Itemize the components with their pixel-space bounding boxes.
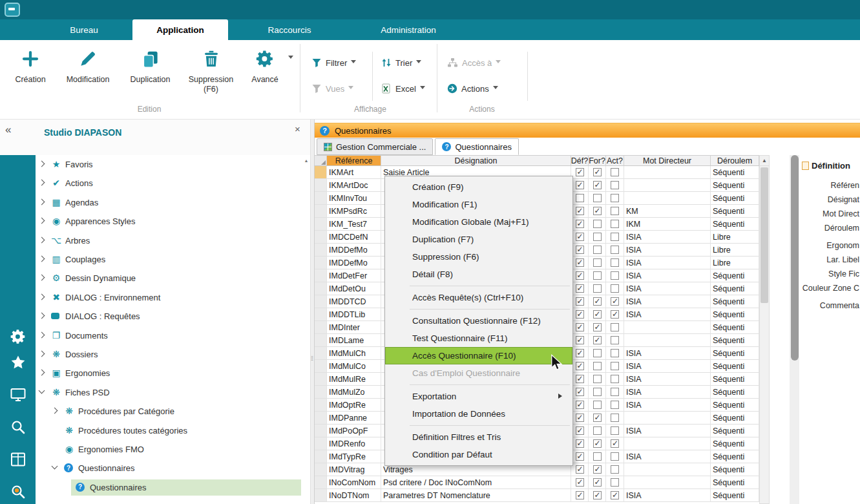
- checkbox-checked[interactable]: [593, 310, 602, 319]
- row-leader[interactable]: [315, 334, 327, 347]
- checkbox-checked[interactable]: [576, 323, 584, 331]
- cell-flag[interactable]: [571, 257, 589, 269]
- checkbox-checked[interactable]: [576, 246, 584, 254]
- cell-flag[interactable]: [571, 347, 589, 360]
- chevron-right-icon[interactable]: [39, 236, 45, 243]
- gear-icon[interactable]: [10, 328, 26, 345]
- row-selector-header[interactable]: [315, 156, 327, 166]
- cell-reference[interactable]: IMDDTCD: [327, 295, 381, 308]
- acces-a-button[interactable]: Accès à: [447, 54, 501, 71]
- checkbox-unchecked[interactable]: [593, 284, 602, 293]
- cell-deroulement[interactable]: Libre: [711, 244, 759, 257]
- row-leader[interactable]: [315, 347, 327, 360]
- row-leader[interactable]: [315, 463, 327, 476]
- cell-reference[interactable]: IMDVitrag: [327, 463, 381, 476]
- cell-designation[interactable]: Parametres DT Nomenclature: [381, 489, 571, 502]
- cell-mot-directeur[interactable]: ISIA: [624, 386, 711, 399]
- checkbox-checked[interactable]: [593, 168, 602, 176]
- checkbox-unchecked[interactable]: [611, 194, 619, 202]
- cell-deroulement[interactable]: Libre: [711, 231, 759, 244]
- ribbon-tab-application[interactable]: Application: [132, 19, 228, 40]
- cell-mot-directeur[interactable]: ISIA: [624, 308, 711, 321]
- cell-reference[interactable]: IMDDefMo: [327, 244, 381, 257]
- checkbox-checked[interactable]: [576, 168, 584, 176]
- cell-flag[interactable]: [606, 437, 624, 450]
- cell-flag[interactable]: [571, 205, 589, 218]
- sidebar-item-arbres[interactable]: ⌥Arbres: [36, 232, 302, 249]
- cell-flag[interactable]: [606, 257, 624, 269]
- checkbox-unchecked[interactable]: [611, 452, 619, 461]
- context-menu-item-test-questionnaire-f11[interactable]: Test Questionnaire (F11): [385, 330, 572, 347]
- cell-mot-directeur[interactable]: ISIA: [624, 257, 711, 269]
- cell-flag[interactable]: [571, 295, 589, 308]
- checkbox-checked[interactable]: [576, 426, 584, 435]
- cell-flag[interactable]: [571, 489, 589, 502]
- checkbox-checked[interactable]: [576, 362, 584, 370]
- chevron-right-icon[interactable]: [39, 198, 45, 205]
- cell-deroulement[interactable]: Séquenti: [711, 437, 759, 450]
- actions-button[interactable]: Actions: [447, 80, 498, 97]
- cell-flag[interactable]: [606, 269, 624, 282]
- cell-flag[interactable]: [606, 463, 624, 476]
- cell-flag[interactable]: [589, 437, 606, 450]
- sidebar-item-fiches-psd[interactable]: ❋Fiches PSD: [36, 384, 302, 401]
- cell-flag[interactable]: [571, 425, 589, 437]
- cell-reference[interactable]: IMDLame: [327, 334, 381, 347]
- cell-flag[interactable]: [571, 463, 589, 476]
- cell-mot-directeur[interactable]: [624, 334, 711, 347]
- checkbox-unchecked[interactable]: [593, 271, 602, 280]
- cell-flag[interactable]: [571, 360, 589, 373]
- cell-flag[interactable]: [589, 373, 606, 386]
- ribbon-tab-raccourcis[interactable]: Raccourcis: [228, 19, 351, 40]
- cell-mot-directeur[interactable]: ISIA: [624, 373, 711, 386]
- sidebar-item-dossiers[interactable]: ❋Dossiers: [36, 346, 302, 363]
- context-menu-item-importation-de-donnees[interactable]: Importation de Données: [385, 405, 572, 423]
- excel-button[interactable]: Excel: [381, 80, 425, 97]
- modification-button[interactable]: Modification: [57, 45, 119, 107]
- cell-flag[interactable]: [571, 308, 589, 321]
- cell-reference[interactable]: INoDTNom: [327, 489, 381, 502]
- context-menu-item-condition-par-defaut[interactable]: Condition par Défaut: [385, 446, 572, 463]
- star-icon[interactable]: [10, 354, 26, 371]
- table-row[interactable]: INoComNomPsd critere / Doc INoComNomSéqu…: [315, 476, 759, 489]
- row-leader[interactable]: [315, 450, 327, 463]
- cell-flag[interactable]: [571, 282, 589, 295]
- cell-deroulement[interactable]: Séquenti: [711, 269, 759, 282]
- cell-flag[interactable]: [589, 321, 606, 334]
- cell-mot-directeur[interactable]: [624, 476, 711, 489]
- cell-flag[interactable]: [606, 373, 624, 386]
- cell-flag[interactable]: [589, 489, 606, 502]
- cell-flag[interactable]: [606, 334, 624, 347]
- chevron-right-icon[interactable]: [39, 331, 45, 338]
- checkbox-unchecked[interactable]: [611, 388, 619, 396]
- checkbox-unchecked[interactable]: [611, 478, 619, 487]
- checkbox-unchecked[interactable]: [611, 233, 619, 241]
- close-icon[interactable]: ×: [295, 123, 300, 134]
- cell-mot-directeur[interactable]: ISIA: [624, 244, 711, 257]
- checkbox-unchecked[interactable]: [593, 194, 602, 202]
- checkbox-checked[interactable]: [576, 233, 584, 241]
- row-leader[interactable]: [315, 437, 327, 450]
- library-icon[interactable]: [10, 451, 26, 468]
- row-leader[interactable]: [315, 425, 327, 437]
- chevron-right-icon[interactable]: [39, 313, 45, 319]
- cell-flag[interactable]: [589, 192, 606, 205]
- row-leader[interactable]: [315, 295, 327, 308]
- cell-deroulement[interactable]: Séquenti: [711, 450, 759, 463]
- scroll-up-icon[interactable]: ▲: [302, 155, 310, 163]
- cell-deroulement[interactable]: Séquenti: [711, 386, 759, 399]
- checkbox-unchecked[interactable]: [611, 349, 619, 357]
- cell-flag[interactable]: [571, 437, 589, 450]
- cell-deroulement[interactable]: Séquenti: [711, 489, 759, 502]
- checkbox-unchecked[interactable]: [593, 246, 602, 254]
- cell-reference[interactable]: IKMInvTou: [327, 192, 381, 205]
- tab-gestion-commerciale[interactable]: Gestion Commerciale ...: [317, 138, 433, 155]
- checkbox-unchecked[interactable]: [611, 271, 619, 280]
- cell-flag[interactable]: [589, 231, 606, 244]
- cell-flag[interactable]: [571, 321, 589, 334]
- cell-reference[interactable]: IMdDetFer: [327, 269, 381, 282]
- chevron-right-icon[interactable]: [52, 408, 58, 414]
- row-leader[interactable]: [315, 257, 327, 269]
- tree-scrollbar[interactable]: ▲: [302, 155, 310, 504]
- row-leader[interactable]: [315, 489, 327, 502]
